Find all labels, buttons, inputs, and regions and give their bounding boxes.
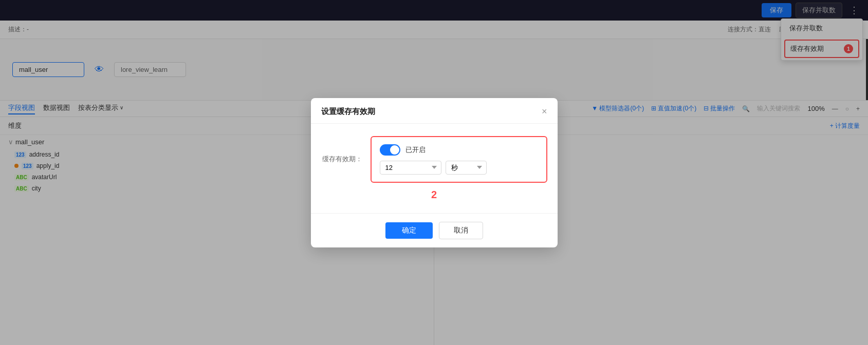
cache-validity-modal: 设置缓存有效期 × 缓存有效期： 已开启 12 30 60: [311, 98, 558, 247]
toggle-enabled-label: 已开启: [405, 145, 426, 155]
confirm-button[interactable]: 确定: [385, 222, 433, 239]
cache-value-select[interactable]: 12 30 60: [380, 161, 441, 175]
cancel-button[interactable]: 取消: [439, 222, 483, 239]
cache-toggle[interactable]: [380, 144, 400, 156]
modal-close-button[interactable]: ×: [542, 106, 547, 117]
modal-number-label: 2: [321, 189, 547, 201]
modal-select-row: 12 30 60 秒 分 时 天: [380, 161, 538, 175]
modal-toggle-row: 已开启: [380, 144, 538, 156]
modal-overlay: 设置缓存有效期 × 缓存有效期： 已开启 12 30 60: [0, 0, 868, 345]
modal-title: 设置缓存有效期: [321, 107, 375, 117]
modal-cache-row: 缓存有效期： 已开启 12 30 60 秒 分: [321, 136, 547, 183]
modal-content-box: 已开启 12 30 60 秒 分 时 天: [371, 136, 547, 183]
modal-footer: 确定 取消: [311, 213, 558, 247]
modal-header: 设置缓存有效期 ×: [311, 98, 558, 124]
modal-body: 缓存有效期： 已开启 12 30 60 秒 分: [311, 124, 558, 213]
cache-unit-select[interactable]: 秒 分 时 天: [446, 161, 487, 175]
modal-cache-label: 缓存有效期：: [321, 155, 362, 164]
